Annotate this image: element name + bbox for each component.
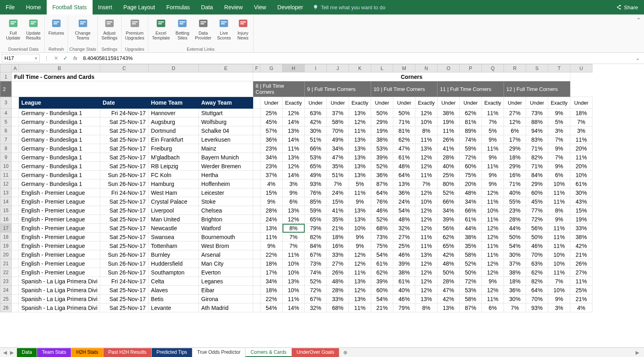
data-cell[interactable]: 27% [570,268,592,277]
home-team-cell[interactable]: Levante [149,303,199,312]
confirm-formula-icon[interactable]: ✓ [61,55,70,61]
away-team-cell[interactable]: Ath Madrid [199,303,253,312]
data-cell[interactable]: 73% [371,233,393,241]
data-cell[interactable]: 75% [371,241,393,250]
data-cell[interactable]: 11% [260,233,283,241]
data-cell[interactable]: 11% [349,188,371,197]
sheet-tab-corners-cards[interactable]: Corners & Cards [246,348,291,357]
data-cell[interactable]: 36% [371,171,393,180]
league-cell[interactable]: English - Premier League [19,259,100,268]
date-cell[interactable]: Fri 24-Nov-17 [100,277,149,286]
row-header-5[interactable]: 5 [0,118,12,126]
data-cell[interactable]: 70% [526,295,548,303]
data-cell[interactable]: 10% [482,206,504,215]
data-cell[interactable]: 29% [504,162,526,171]
data-cell[interactable]: 38% [393,268,415,277]
data-cell[interactable]: 10% [283,259,305,268]
data-cell[interactable]: 60% [371,286,393,295]
sub-header[interactable]: Under [570,97,592,109]
data-cell[interactable]: 52% [460,259,482,268]
sub-header[interactable]: Exactly [415,97,438,109]
data-cell[interactable]: 7% [548,277,570,286]
data-cell[interactable]: 60% [460,162,482,171]
home-team-cell[interactable]: Liverpool [149,206,199,215]
data-cell[interactable]: 10% [548,286,570,295]
data-cell[interactable]: 13% [349,153,371,162]
data-cell[interactable]: 9% [482,171,504,180]
next-sheet-icon[interactable]: ▶ [10,350,14,355]
league-cell[interactable]: Germany - Bundesliga 1 [19,162,100,171]
data-cell[interactable]: 20% [570,162,592,171]
menu-tab-formulas[interactable]: Formulas [161,0,195,14]
data-cell[interactable]: 11% [349,268,371,277]
home-team-cell[interactable]: Freiburg [149,144,199,153]
data-cell[interactable]: 61% [460,215,482,224]
data-cell[interactable]: 18% [504,153,526,162]
away-team-cell[interactable]: Arsenal [199,250,253,259]
col-header-C[interactable]: C [100,64,149,72]
data-cell[interactable]: 10% [349,224,371,233]
row-header-4[interactable]: 4 [0,109,12,118]
data-cell[interactable]: 25% [260,109,283,118]
fx-icon[interactable]: fx [70,55,80,61]
data-cell[interactable]: 9% [349,197,371,206]
sheet-tab-past-h2h-results[interactable]: Past H2H Results [103,348,152,357]
col-header-P[interactable]: P [460,64,482,72]
col-header-A[interactable]: A [12,64,19,72]
row-header-16[interactable]: 16 [0,215,12,224]
away-team-cell[interactable]: Bayern Munich [199,153,253,162]
data-cell[interactable]: 58% [460,250,482,259]
data-cell[interactable]: 12% [349,286,371,295]
menu-tab-file[interactable]: File [0,0,21,14]
league-cell[interactable]: English - Premier League [19,241,100,250]
ribbon-adjust-settings[interactable]: AdjustSettings [99,16,120,46]
data-cell[interactable]: 39% [371,277,393,286]
data-cell[interactable]: 11% [482,197,504,206]
data-cell[interactable]: 14% [283,118,305,126]
date-cell[interactable]: Fri 24-Nov-17 [100,109,149,118]
data-cell[interactable]: 13% [349,171,371,180]
data-cell[interactable]: 87% [460,303,482,312]
data-cell[interactable]: 28% [327,286,349,295]
data-cell[interactable]: 3% [283,180,305,188]
data-cell[interactable]: 71% [393,118,415,126]
home-team-cell[interactable]: Augsburg [149,118,199,126]
data-cell[interactable]: 9% [482,180,504,188]
data-cell[interactable]: 50% [504,233,526,241]
date-cell[interactable]: Sat 25-Nov-17 [100,303,149,312]
ribbon-fixtures[interactable]: Fixtures [46,16,66,46]
data-cell[interactable]: 5% [482,126,504,135]
data-cell[interactable]: 11% [548,197,570,206]
row-header-15[interactable]: 15 [0,206,12,215]
data-cell[interactable]: 12% [415,277,438,286]
data-cell[interactable]: 8% [548,206,570,215]
data-cell[interactable]: 65% [305,215,327,224]
away-team-cell[interactable]: Werder Bremen [199,162,253,171]
data-cell[interactable]: 33% [327,295,349,303]
data-cell[interactable]: 9% [548,295,570,303]
data-cell[interactable]: 8% [415,303,438,312]
formula-dropdown-icon[interactable]: ⋮ [41,55,52,61]
data-cell[interactable]: 33% [327,250,349,259]
data-cell[interactable]: 85% [305,197,327,206]
data-cell[interactable]: 32% [305,303,327,312]
data-cell[interactable]: 39% [438,215,460,224]
data-cell[interactable]: 48% [327,277,349,286]
data-cell[interactable]: 62% [460,109,482,118]
formula-input[interactable] [80,54,632,62]
data-cell[interactable]: 23% [260,144,283,153]
league-cell[interactable]: Germany - Bundesliga 1 [19,109,100,118]
row-header-11[interactable]: 11 [0,171,12,180]
data-cell[interactable]: 50% [526,233,548,241]
data-cell[interactable]: 33% [570,224,592,233]
data-cell[interactable]: 66% [438,197,460,206]
data-cell[interactable]: 7% [327,180,349,188]
away-team-cell[interactable]: Watford [199,224,253,233]
sub-header[interactable]: Exactly [548,97,570,109]
ribbon-full-update[interactable]: FullUpdate [4,16,23,46]
data-cell[interactable]: 59% [460,144,482,153]
data-cell[interactable]: 72% [526,215,548,224]
data-cell[interactable]: 7% [283,233,305,241]
league-cell[interactable]: Germany - Bundesliga 1 [19,126,100,135]
data-cell[interactable]: 18% [260,259,283,268]
